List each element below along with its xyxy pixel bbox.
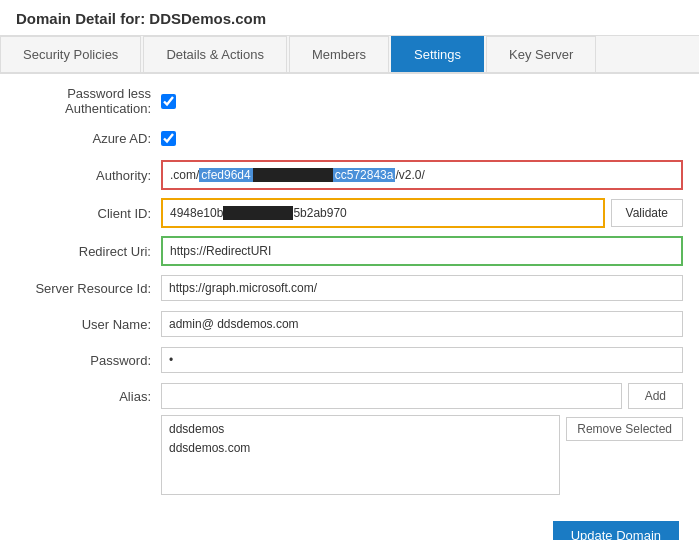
- redirect-uri-row: Redirect Uri:: [16, 236, 683, 266]
- tab-security-policies[interactable]: Security Policies: [0, 36, 141, 72]
- passwordless-row: Password less Authentication:: [16, 86, 683, 116]
- passwordless-checkbox[interactable]: [161, 94, 176, 109]
- update-domain-button[interactable]: Update Domain: [553, 521, 679, 540]
- azure-ad-row: Azure AD:: [16, 124, 683, 152]
- alias-buttons: Remove Selected: [566, 415, 683, 495]
- alias-label: Alias:: [16, 389, 161, 404]
- validate-button[interactable]: Validate: [611, 199, 683, 227]
- server-resource-input[interactable]: [161, 275, 683, 301]
- client-id-prefix: 4948e10b: [170, 206, 223, 220]
- tab-members[interactable]: Members: [289, 36, 389, 72]
- client-id-display: 4948e10b 5b2ab970: [163, 200, 603, 226]
- tab-bar: Security Policies Details & Actions Memb…: [0, 36, 699, 74]
- username-control: [161, 311, 683, 337]
- authority-display: .com/cfed96d4 cc572843a/v2.0/: [163, 162, 681, 188]
- client-id-hidden: [223, 206, 293, 220]
- redirect-uri-input[interactable]: [163, 238, 681, 264]
- page-header: Domain Detail for: DDSDemos.com: [0, 0, 699, 36]
- passwordless-control: [161, 94, 683, 109]
- alias-list-spacer: [16, 415, 161, 495]
- client-id-suffix: 5b2ab970: [293, 206, 346, 220]
- redirect-uri-label: Redirect Uri:: [16, 244, 161, 259]
- authority-suffix: /v2.0/: [395, 168, 424, 182]
- server-resource-control: [161, 275, 683, 301]
- alias-item: ddsdemos.com: [169, 439, 552, 458]
- footer-row: Update Domain: [0, 513, 699, 540]
- authority-control: .com/cfed96d4 cc572843a/v2.0/: [161, 160, 683, 190]
- password-row: Password:: [16, 346, 683, 374]
- tab-key-server[interactable]: Key Server: [486, 36, 596, 72]
- username-row: User Name:: [16, 310, 683, 338]
- authority-field: .com/cfed96d4 cc572843a/v2.0/: [161, 160, 683, 190]
- passwordless-label: Password less Authentication:: [16, 86, 161, 116]
- azure-ad-checkbox[interactable]: [161, 131, 176, 146]
- azure-ad-control: [161, 131, 683, 146]
- add-button[interactable]: Add: [628, 383, 683, 409]
- client-id-label: Client ID:: [16, 206, 161, 221]
- username-input[interactable]: [161, 311, 683, 337]
- server-resource-label: Server Resource Id:: [16, 281, 161, 296]
- username-label: User Name:: [16, 317, 161, 332]
- azure-ad-label: Azure AD:: [16, 131, 161, 146]
- redirect-uri-control: [161, 236, 683, 266]
- password-label: Password:: [16, 353, 161, 368]
- password-control: [161, 347, 683, 373]
- authority-label: Authority:: [16, 168, 161, 183]
- alias-list[interactable]: ddsdemos ddsdemos.com: [161, 415, 560, 495]
- client-id-row: Client ID: 4948e10b 5b2ab970 Validate: [16, 198, 683, 228]
- form-area: Password less Authentication: Azure AD: …: [0, 74, 699, 513]
- authority-row: Authority: .com/cfed96d4 cc572843a/v2.0/: [16, 160, 683, 190]
- client-id-field: 4948e10b 5b2ab970: [161, 198, 605, 228]
- alias-input-control: Add: [161, 383, 683, 409]
- header-domain: DDSDemos.com: [149, 10, 266, 27]
- authority-hidden: [253, 168, 333, 182]
- tab-details-actions[interactable]: Details & Actions: [143, 36, 287, 72]
- redirect-field: [161, 236, 683, 266]
- server-resource-row: Server Resource Id:: [16, 274, 683, 302]
- alias-input[interactable]: [161, 383, 622, 409]
- password-input[interactable]: [161, 347, 683, 373]
- alias-item: ddsdemos: [169, 420, 552, 439]
- authority-prefix: .com/: [170, 168, 199, 182]
- tab-settings[interactable]: Settings: [391, 36, 484, 72]
- header-prefix: Domain Detail for:: [16, 10, 149, 27]
- authority-guid2: cc572843a: [333, 168, 396, 182]
- alias-input-row: Alias: Add: [16, 382, 683, 410]
- remove-selected-button[interactable]: Remove Selected: [566, 417, 683, 441]
- authority-guid1: cfed96d4: [199, 168, 252, 182]
- client-id-control: 4948e10b 5b2ab970 Validate: [161, 198, 683, 228]
- alias-section: ddsdemos ddsdemos.com Remove Selected: [16, 415, 683, 495]
